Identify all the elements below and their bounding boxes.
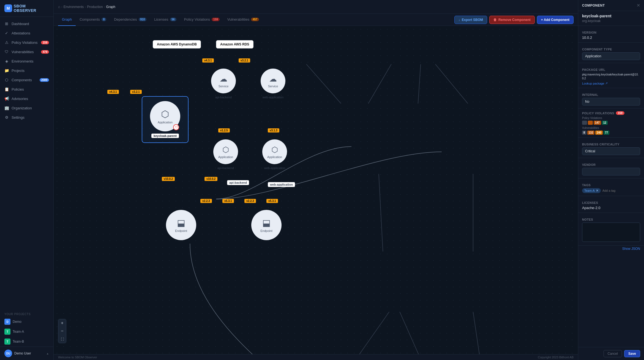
vuln-low: 77 — [604, 131, 609, 135]
home-icon[interactable]: ⌂ — [58, 5, 60, 9]
add-component-button[interactable]: + Add Component — [537, 16, 574, 24]
business-criticality-select[interactable]: Critical High Medium Low — [582, 147, 640, 155]
sidebar-item-policy-violations[interactable]: ⚠ Policy Violations 159 — [0, 38, 53, 47]
project-item-team-b[interactable]: T Team-B — [0, 337, 53, 347]
business-criticality-label: Business Criticality — [582, 143, 640, 146]
breadcrumb-environments[interactable]: Environments — [64, 5, 84, 9]
nav-badge-policy-violations: 159 — [41, 41, 49, 44]
component-type-select[interactable]: Application Library Framework Service De… — [582, 52, 640, 60]
graph-container[interactable]: Amazon AWS DynamoDB Amazon AWS RDS v4.3.… — [54, 26, 578, 354]
version-badge-v125: v1.2.5 — [218, 128, 230, 132]
sidebar-item-attestations[interactable]: ✓ Attestations — [0, 28, 53, 38]
sidebar-item-organization[interactable]: 🏢 Organization — [0, 103, 53, 113]
version-label: Version — [582, 31, 640, 34]
vendor-input[interactable] — [582, 168, 640, 175]
lookup-package-link[interactable]: Lookup package ↗ — [582, 82, 640, 85]
internal-select[interactable]: No Yes — [582, 98, 640, 105]
status-bar: Welcome to SBOM Observer Copyright 2023 … — [54, 354, 578, 360]
keycloak-icon: ⬡ — [161, 109, 169, 120]
nav-label-attestations: Attestations — [12, 31, 30, 35]
user-avatar: DU — [4, 350, 12, 357]
pv-critical — [582, 121, 587, 125]
tab-graph[interactable]: Graph — [58, 14, 76, 26]
tab-label-vulnerabilities: Vulnerabilities — [227, 17, 249, 21]
keycloak-parent-container[interactable]: ⬡ Application 🛡 keycloak-parent — [142, 96, 189, 143]
app2-icon: ⬡ — [271, 145, 278, 154]
web-app-label2: web-application — [268, 182, 295, 187]
endpoint2-node[interactable]: ⬓ Endpoint — [251, 210, 282, 240]
tab-policy-violations[interactable]: Policy Violations159 — [180, 14, 223, 26]
policy-violations-boxes: 147 12 — [582, 121, 640, 125]
notes-textarea[interactable] — [582, 223, 640, 242]
panel-notes-section: Notes — [578, 213, 644, 246]
version-badge-v1002-r: v10.0.2 — [204, 177, 217, 181]
status-right: Copyright 2023 Bitfront AB — [538, 356, 574, 359]
close-panel-button[interactable]: ✕ — [637, 3, 640, 8]
sidebar-item-vulnerabilities[interactable]: 🛡 Vulnerabilities 479 — [0, 47, 53, 56]
tab-label-graph: Graph — [62, 17, 72, 21]
app2-node[interactable]: ⬡ Application web-application — [262, 139, 287, 170]
nav-label-organization: Organization — [12, 106, 32, 110]
policies-icon: 📋 — [4, 87, 9, 91]
sidebar-item-components[interactable]: ⬡ Components 2089 — [0, 75, 53, 85]
svg-line-1 — [368, 64, 391, 104]
vulnerabilities-row: Vulnerabilities 8 132 240 77 — [582, 126, 640, 135]
nav-label-dashboard: Dashboard — [12, 22, 29, 26]
export-button[interactable]: ↓ Export SBOM — [454, 16, 487, 24]
svg-line-6 — [339, 312, 389, 354]
package-url-value: pkg:maven/org.keycloak/keycloak-parent@1… — [582, 73, 640, 80]
notes-label: Notes — [582, 218, 640, 221]
cancel-button[interactable]: Cancel — [604, 350, 622, 357]
service2-node[interactable]: ☁ Service web-application — [261, 69, 285, 99]
component-org: org.keycloak — [582, 19, 640, 23]
vulnerabilities-icon: 🛡 — [4, 50, 9, 54]
projects-icon: 📁 — [4, 68, 9, 73]
zoom-fit-button[interactable]: ⛶ — [58, 335, 66, 343]
tab-dependencies[interactable]: Dependencies910 — [110, 14, 150, 26]
project-label-demo: Demo — [13, 320, 21, 324]
remove-icon: 🗑 — [493, 18, 497, 22]
zoom-in-button[interactable]: + — [58, 319, 66, 327]
package-url-label: Package URL — [582, 68, 640, 71]
show-json-button[interactable]: Show JSON — [578, 246, 644, 252]
keycloak-label: keycloak-parent — [151, 134, 179, 138]
breadcrumb-production[interactable]: Production — [87, 5, 103, 9]
zoom-out-button[interactable]: − — [58, 327, 66, 335]
project-item-team-a[interactable]: T Team-A — [0, 327, 53, 337]
tag-remove-button[interactable]: ✕ — [596, 189, 599, 193]
rds-node[interactable]: Amazon AWS RDS — [216, 40, 253, 48]
tag-team-a: Team-A ✕ — [582, 188, 601, 193]
remove-component-button[interactable]: 🗑 Remove Component — [489, 16, 535, 24]
project-label-team-b: Team-B — [13, 340, 24, 343]
version-badge-v431-left: v4.3.1 — [107, 90, 119, 94]
endpoint1-node[interactable]: ⬓ Endpoint — [166, 210, 196, 240]
user-footer[interactable]: DU Demo User ▲ — [0, 347, 53, 360]
sidebar-item-advisories[interactable]: 📢 Advisories — [0, 94, 53, 103]
nav-badge-components: 2089 — [40, 78, 49, 82]
svg-line-7 — [400, 312, 431, 354]
panel-header: COMPONENT ✕ — [578, 0, 644, 11]
component-type-label: Component Type — [582, 48, 640, 51]
tab-vulnerabilities[interactable]: Vulnerabilities457 — [223, 14, 263, 26]
app1-node[interactable]: ⬡ Application api-backend — [213, 139, 238, 170]
dynamodb-node[interactable]: Amazon AWS DynamoDB — [153, 40, 201, 48]
license-value: Apache-2.0 — [582, 206, 640, 210]
graph-canvas: Amazon AWS DynamoDB Amazon AWS RDS v4.3.… — [54, 26, 578, 354]
endpoint2-icon: ⬓ — [262, 218, 271, 228]
sidebar-item-projects[interactable]: 📁 Projects — [0, 66, 53, 75]
sidebar-item-environments[interactable]: ◈ Environments — [0, 56, 53, 66]
sidebar-item-policies[interactable]: 📋 Policies — [0, 85, 53, 94]
tab-licenses[interactable]: Licenses56 — [150, 14, 180, 26]
shield-icon: 🛡 — [175, 126, 178, 129]
project-item-demo[interactable]: D Demo — [0, 317, 53, 327]
project-avatar-demo: D — [4, 319, 10, 325]
internal-label: Internal — [582, 93, 640, 96]
save-button[interactable]: Save — [624, 350, 640, 357]
sidebar-item-dashboard[interactable]: ⊞ Dashboard — [0, 19, 53, 28]
sidebar-item-settings[interactable]: ⚙ Settings — [0, 113, 53, 122]
tab-badge-licenses: 56 — [170, 18, 176, 21]
tab-components[interactable]: Components8 — [76, 14, 110, 26]
tag-input[interactable] — [602, 189, 622, 192]
service1-node[interactable]: ☁ Service api-backend — [211, 69, 236, 99]
panel-footer: Cancel Save — [578, 347, 644, 360]
